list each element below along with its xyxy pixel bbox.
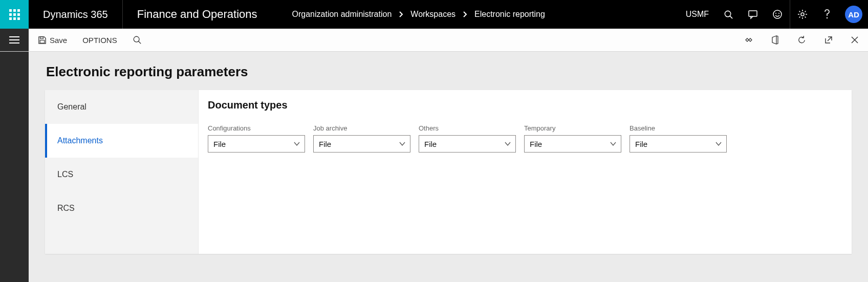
smiley-icon [772,9,783,19]
settings-button[interactable] [790,0,815,29]
breadcrumb-item[interactable]: Electronic reporting [474,10,545,19]
tab-lcs[interactable]: LCS [45,158,198,191]
chevron-down-icon [399,141,406,146]
save-button-label: Save [50,36,67,45]
select-value: File [319,140,331,148]
field-label: Baseline [630,124,727,132]
pin-button[interactable] [742,35,755,45]
gear-icon [797,9,808,19]
field-temporary: Temporary File [524,124,621,153]
pin-icon [744,37,753,43]
close-button[interactable] [849,34,861,46]
chevron-down-icon [610,141,617,146]
field-configurations: Configurations File [208,124,305,153]
select-value: File [213,140,226,148]
field-baseline: Baseline File [630,124,727,153]
refresh-icon [797,35,807,45]
avatar-initials: AD [845,6,862,23]
page-title: Electronic reporting parameters [45,52,852,90]
refresh-button[interactable] [795,33,809,47]
action-bar: Save OPTIONS [29,29,868,51]
field-label: Configurations [208,124,305,132]
svg-line-11 [138,41,141,44]
save-icon [38,36,47,45]
chevron-right-icon [399,11,403,17]
tab-panel-attachments: Document types Configurations File Job a… [199,90,852,254]
options-button-label: OPTIONS [82,36,117,45]
office-icon [771,35,779,45]
parameters-panel: General Attachments LCS RCS Document typ… [45,90,852,254]
field-label: Temporary [524,124,621,132]
svg-point-5 [778,13,779,14]
close-icon [851,36,859,44]
save-button[interactable]: Save [36,34,69,47]
svg-point-3 [773,10,782,18]
waffle-icon [9,9,20,20]
select-value: File [424,140,437,148]
baseline-select[interactable]: File [630,135,727,153]
others-select[interactable]: File [419,135,516,153]
search-button[interactable] [716,0,741,29]
options-button[interactable]: OPTIONS [80,34,119,47]
temporary-select[interactable]: File [524,135,621,153]
select-value: File [530,140,542,148]
breadcrumb: Organization administration Workspaces E… [292,0,545,29]
section-title: Document types [208,99,842,111]
popout-button[interactable] [822,33,835,47]
app-launcher-button[interactable] [0,0,29,29]
brand-link[interactable]: Dynamics 365 [29,0,123,29]
help-icon [823,9,831,19]
breadcrumb-item[interactable]: Organization administration [292,10,392,19]
company-picker[interactable]: USMF [679,0,716,29]
job-archive-select[interactable]: File [313,135,410,153]
chevron-down-icon [715,141,722,146]
office-button[interactable] [769,33,782,47]
left-rail [0,52,29,282]
action-search-button[interactable] [131,33,144,47]
popout-icon [824,35,833,45]
tab-list: General Attachments LCS RCS [45,90,199,254]
module-title[interactable]: Finance and Operations [123,0,272,29]
tab-rcs[interactable]: RCS [45,191,198,225]
tab-attachments[interactable]: Attachments [45,124,198,158]
svg-point-0 [725,11,730,16]
help-button[interactable] [815,0,839,29]
svg-point-4 [775,13,776,14]
field-label: Job archive [313,124,410,132]
configurations-select[interactable]: File [208,135,305,153]
search-icon [724,10,733,19]
svg-point-7 [827,17,828,18]
feedback-button[interactable] [765,0,790,29]
content-row: Electronic reporting parameters General … [0,52,868,282]
chevron-right-icon [463,11,467,17]
message-icon [748,9,758,19]
chevron-down-icon [293,141,300,146]
svg-rect-2 [749,11,757,16]
nav-toggle-button[interactable] [0,29,29,51]
svg-point-10 [134,36,139,42]
field-job-archive: Job archive File [313,124,410,153]
svg-line-12 [828,37,832,41]
field-label: Others [419,124,516,132]
svg-rect-8 [40,36,44,38]
content-area: Electronic reporting parameters General … [29,52,868,282]
user-avatar[interactable]: AD [839,0,868,29]
svg-line-1 [730,16,732,18]
tab-general[interactable]: General [45,90,198,124]
svg-point-6 [801,13,804,16]
top-nav-right: USMF AD [679,0,868,29]
action-bar-right [742,33,861,47]
hamburger-icon [9,34,19,46]
messages-button[interactable] [741,0,765,29]
top-nav: Dynamics 365 Finance and Operations Orga… [0,0,868,29]
document-type-fields: Configurations File Job archive File [208,124,842,153]
svg-rect-9 [40,40,45,43]
search-icon [133,35,142,45]
field-others: Others File [419,124,516,153]
chevron-down-icon [504,141,511,146]
breadcrumb-item[interactable]: Workspaces [410,10,455,19]
select-value: File [635,140,647,148]
action-row: Save OPTIONS [0,29,868,52]
